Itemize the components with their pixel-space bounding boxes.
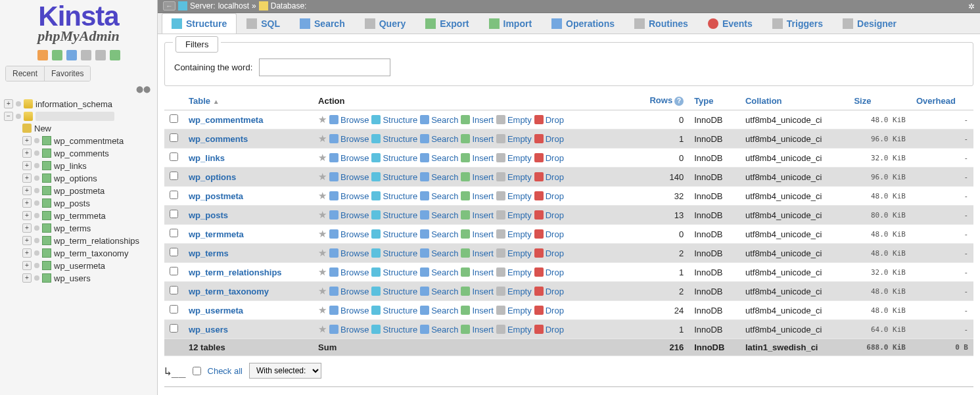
col-size[interactable]: Size bbox=[849, 91, 911, 110]
action-search[interactable]: Search bbox=[420, 229, 458, 239]
tree-new-label[interactable]: New bbox=[34, 124, 51, 133]
check-all-label[interactable]: Check all bbox=[208, 366, 243, 376]
row-checkbox[interactable] bbox=[170, 267, 178, 275]
expand-icon[interactable]: + bbox=[22, 149, 32, 158]
action-insert[interactable]: Insert bbox=[461, 134, 494, 144]
tree-db-information-schema[interactable]: + information_schema bbox=[4, 98, 156, 110]
col-overhead[interactable]: Overhead bbox=[911, 91, 973, 110]
action-structure[interactable]: Structure bbox=[371, 210, 417, 220]
action-empty[interactable]: Empty bbox=[496, 172, 532, 182]
action-browse[interactable]: Browse bbox=[329, 267, 369, 277]
table-name-link[interactable]: wp_termmeta bbox=[189, 229, 244, 239]
expand-icon[interactable]: + bbox=[22, 186, 32, 195]
action-empty[interactable]: Empty bbox=[496, 287, 532, 296]
col-rows[interactable]: Rows? bbox=[634, 91, 689, 110]
tree-table-wp-options[interactable]: +wp_options bbox=[4, 172, 156, 185]
sidebar-tab-recent[interactable]: Recent bbox=[6, 66, 45, 81]
col-table[interactable]: Table ▲ bbox=[183, 91, 313, 110]
favorite-icon[interactable]: ★ bbox=[318, 209, 327, 221]
action-drop[interactable]: Drop bbox=[534, 115, 564, 125]
action-drop[interactable]: Drop bbox=[534, 153, 564, 163]
sidebar-collapse-toggle[interactable]: ⬤⬤ bbox=[0, 85, 157, 95]
tree-table-label[interactable]: wp_comments bbox=[54, 149, 109, 158]
help-icon[interactable]: ? bbox=[674, 97, 684, 106]
action-search[interactable]: Search bbox=[420, 134, 458, 144]
action-drop[interactable]: Drop bbox=[534, 306, 564, 315]
table-name-link[interactable]: wp_users bbox=[189, 325, 228, 335]
check-all-checkbox[interactable] bbox=[193, 367, 201, 375]
col-collation[interactable]: Collation bbox=[740, 91, 849, 110]
tab-routines[interactable]: Routines bbox=[624, 13, 698, 34]
action-empty[interactable]: Empty bbox=[496, 134, 532, 144]
action-drop[interactable]: Drop bbox=[534, 191, 564, 201]
tab-structure[interactable]: Structure bbox=[162, 13, 237, 34]
expand-icon[interactable]: + bbox=[22, 223, 32, 233]
hide-panel-icon[interactable]: ← bbox=[163, 1, 175, 11]
action-drop[interactable]: Drop bbox=[534, 287, 564, 296]
action-insert[interactable]: Insert bbox=[461, 306, 494, 315]
table-name-link[interactable]: wp_term_relationships bbox=[189, 267, 282, 277]
action-structure[interactable]: Structure bbox=[371, 267, 417, 277]
action-drop[interactable]: Drop bbox=[534, 325, 564, 335]
with-selected-select[interactable]: With selected: bbox=[249, 363, 321, 379]
action-insert[interactable]: Insert bbox=[461, 153, 494, 163]
action-insert[interactable]: Insert bbox=[461, 115, 494, 125]
home-icon[interactable] bbox=[37, 50, 48, 60]
favorite-icon[interactable]: ★ bbox=[318, 266, 327, 278]
table-name-link[interactable]: wp_terms bbox=[189, 248, 229, 258]
action-drop[interactable]: Drop bbox=[534, 172, 564, 182]
action-structure[interactable]: Structure bbox=[371, 325, 417, 335]
tree-table-wp-termmeta[interactable]: +wp_termmeta bbox=[4, 210, 156, 222]
favorite-icon[interactable]: ★ bbox=[318, 114, 327, 126]
action-empty[interactable]: Empty bbox=[496, 325, 532, 335]
action-structure[interactable]: Structure bbox=[371, 287, 417, 296]
action-empty[interactable]: Empty bbox=[496, 267, 532, 277]
action-browse[interactable]: Browse bbox=[329, 115, 369, 125]
action-browse[interactable]: Browse bbox=[329, 248, 369, 258]
action-insert[interactable]: Insert bbox=[461, 191, 494, 201]
tree-new[interactable]: New bbox=[4, 122, 156, 135]
favorite-icon[interactable]: ★ bbox=[318, 323, 327, 335]
logout-icon[interactable] bbox=[52, 50, 62, 60]
action-empty[interactable]: Empty bbox=[496, 306, 532, 315]
action-search[interactable]: Search bbox=[420, 172, 458, 182]
tree-table-wp-posts[interactable]: +wp_posts bbox=[4, 197, 156, 210]
action-empty[interactable]: Empty bbox=[496, 229, 532, 239]
action-drop[interactable]: Drop bbox=[534, 248, 564, 258]
action-structure[interactable]: Structure bbox=[371, 191, 417, 201]
action-search[interactable]: Search bbox=[420, 248, 458, 258]
tab-events[interactable]: Events bbox=[698, 13, 762, 34]
action-drop[interactable]: Drop bbox=[534, 267, 564, 277]
tree-table-label[interactable]: wp_usermeta bbox=[54, 261, 105, 271]
favorite-icon[interactable]: ★ bbox=[318, 247, 327, 259]
row-checkbox[interactable] bbox=[170, 210, 178, 218]
expand-icon[interactable]: + bbox=[22, 136, 32, 145]
row-checkbox[interactable] bbox=[170, 152, 178, 161]
favorite-icon[interactable]: ★ bbox=[318, 133, 327, 145]
table-name-link[interactable]: wp_links bbox=[189, 153, 225, 163]
tab-designer[interactable]: Designer bbox=[833, 13, 906, 34]
breadcrumb-server[interactable]: localhost bbox=[218, 1, 249, 11]
action-browse[interactable]: Browse bbox=[329, 229, 369, 239]
favorite-icon[interactable]: ★ bbox=[318, 152, 327, 164]
tree-table-wp-term-taxonomy[interactable]: +wp_term_taxonomy bbox=[4, 247, 156, 260]
action-browse[interactable]: Browse bbox=[329, 153, 369, 163]
action-insert[interactable]: Insert bbox=[461, 248, 494, 258]
tree-table-label[interactable]: wp_terms bbox=[54, 223, 91, 233]
tree-table-wp-users[interactable]: +wp_users bbox=[4, 272, 156, 285]
tab-sql[interactable]: SQL bbox=[237, 13, 290, 34]
row-checkbox[interactable] bbox=[170, 133, 178, 142]
action-structure[interactable]: Structure bbox=[371, 153, 417, 163]
col-type[interactable]: Type bbox=[689, 91, 740, 110]
action-insert[interactable]: Insert bbox=[461, 172, 494, 182]
tree-table-wp-comments[interactable]: +wp_comments bbox=[4, 147, 156, 160]
collapse-icon[interactable]: − bbox=[4, 112, 13, 121]
favorite-icon[interactable]: ★ bbox=[318, 171, 327, 183]
row-checkbox[interactable] bbox=[170, 248, 178, 256]
row-checkbox[interactable] bbox=[170, 324, 178, 333]
tab-export[interactable]: Export bbox=[415, 13, 478, 34]
action-search[interactable]: Search bbox=[420, 191, 458, 201]
tree-table-label[interactable]: wp_term_relationships bbox=[54, 236, 139, 246]
expand-icon[interactable]: + bbox=[22, 161, 32, 170]
sidebar-tab-favorites[interactable]: Favorites bbox=[45, 66, 90, 81]
